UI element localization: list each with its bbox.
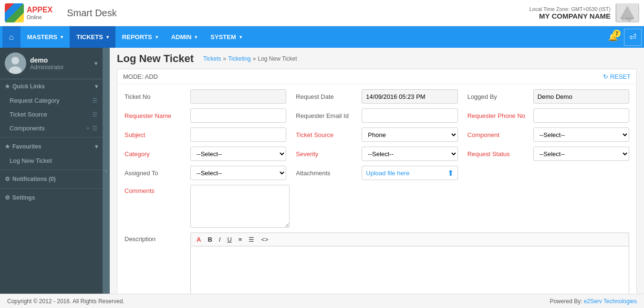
list-icon: ☰ bbox=[92, 97, 98, 104]
toolbar-unordered-list[interactable]: ☰ bbox=[247, 235, 256, 244]
assigned-to-select[interactable]: --Select-- bbox=[190, 166, 286, 180]
logged-by-label: Logged By bbox=[467, 93, 530, 100]
request-status-label: Request Status bbox=[467, 150, 530, 158]
toolbar-underline[interactable]: U bbox=[225, 235, 233, 244]
severity-select[interactable]: --Select-- bbox=[362, 147, 457, 161]
form-col-assigned-to: Assigned To --Select-- bbox=[125, 166, 286, 180]
user-dropdown-arrow[interactable]: ▾ bbox=[94, 60, 98, 67]
category-select[interactable]: --Select-- bbox=[190, 147, 286, 161]
upload-label: Upload file here bbox=[366, 170, 409, 177]
comments-textarea[interactable] bbox=[190, 185, 290, 228]
app-logo: APPEX Online bbox=[5, 3, 52, 22]
footer: Copyright © 2012 - 2016. All Rights Rese… bbox=[0, 294, 644, 308]
request-date-input[interactable] bbox=[362, 89, 457, 104]
nav-admin-button[interactable]: ADMIN▾ bbox=[165, 26, 204, 48]
form-col-ticket-no: Ticket No bbox=[125, 89, 286, 104]
star-icon-2: ★ bbox=[5, 143, 10, 150]
breadcrumb-tickets[interactable]: Tickets bbox=[203, 55, 221, 62]
component-label: Component bbox=[467, 131, 530, 138]
requester-phone-label: Requester Phone No bbox=[467, 112, 530, 119]
top-bar-left: APPEX Online Smart Desk bbox=[5, 3, 117, 22]
sidebar: demo Administrator ▾ ★ Quick Links ▾ Req… bbox=[0, 48, 103, 294]
sidebar-settings-header[interactable]: ⚙ Settings bbox=[0, 191, 103, 205]
plus-icon: + bbox=[86, 125, 90, 132]
company-logo: Logo bbox=[615, 3, 639, 22]
settings-icon: ⚙ bbox=[5, 194, 10, 201]
powered-by: Powered By: e2Serv Technologies bbox=[550, 298, 637, 305]
mode-label: MODE: ADD bbox=[123, 73, 158, 80]
star-icon: ★ bbox=[5, 83, 10, 90]
breadcrumb-sep2: » bbox=[253, 55, 256, 62]
requester-email-input[interactable] bbox=[362, 108, 457, 123]
app-sub: Online bbox=[27, 14, 52, 20]
breadcrumb-current: Log New Ticket bbox=[258, 55, 297, 62]
form-col-comments: Comments bbox=[125, 185, 290, 228]
sidebar-item-components[interactable]: Components + ☰ bbox=[0, 121, 103, 135]
powered-link[interactable]: e2Serv Technologies bbox=[584, 298, 637, 305]
sidebar-divider-1 bbox=[0, 137, 103, 138]
reset-icon: ↻ bbox=[603, 73, 608, 80]
sidebar-collapse-handle[interactable]: ‹ bbox=[103, 48, 110, 294]
toolbar-bold[interactable]: B bbox=[206, 235, 214, 244]
toolbar-code[interactable]: <> bbox=[259, 235, 270, 244]
requester-name-label: Requester Name bbox=[125, 112, 187, 119]
nav-logout-button[interactable]: ⏎ bbox=[624, 29, 642, 46]
form-card: MODE: ADD ↻ RESET Ticket No Request Date bbox=[117, 69, 637, 294]
sidebar-item-ticket-source[interactable]: Ticket Source ☰ bbox=[0, 107, 103, 121]
ticket-no-label: Ticket No bbox=[125, 93, 187, 100]
user-role: Administrator bbox=[30, 64, 64, 71]
attachments-label: Attachments bbox=[296, 170, 358, 177]
sidebar-item-log-new-ticket[interactable]: Log New Ticket bbox=[0, 154, 103, 168]
request-date-label: Request Date bbox=[296, 93, 358, 100]
nav-home-button[interactable]: ⌂ bbox=[2, 26, 21, 48]
form-row-5: Assigned To --Select-- Attachments Uploa… bbox=[125, 166, 629, 180]
form-col-subject: Subject bbox=[125, 127, 286, 142]
top-bar-right: Local Time Zone: GMT+0530 (IST) MY COMPA… bbox=[530, 3, 639, 22]
comments-label: Comments bbox=[125, 185, 187, 194]
assigned-to-label: Assigned To bbox=[125, 170, 187, 177]
category-label: Category bbox=[125, 150, 187, 158]
toolbar-ordered-list[interactable]: ≡ bbox=[237, 235, 244, 244]
notification-badge: 7 bbox=[613, 30, 621, 37]
sidebar-quick-links-header[interactable]: ★ Quick Links ▾ bbox=[0, 79, 103, 94]
description-textarea[interactable] bbox=[190, 246, 629, 294]
timezone: Local Time Zone: GMT+0530 (IST) bbox=[530, 6, 611, 12]
upload-area[interactable]: Upload file here ⬆ bbox=[362, 166, 457, 180]
nav-system-button[interactable]: SYSTEM▾ bbox=[204, 26, 248, 48]
toolbar-font-size[interactable]: A bbox=[195, 235, 203, 244]
ticket-no-input[interactable] bbox=[190, 89, 286, 104]
ticket-source-select[interactable]: Phone Email Chat bbox=[362, 127, 457, 142]
content-area: Log New Ticket Tickets » Ticketing » Log… bbox=[110, 48, 644, 294]
nav-bell-button[interactable]: 🔔 7 bbox=[604, 29, 622, 45]
sidebar-favourites-header[interactable]: ★ Favourites ▾ bbox=[0, 139, 103, 154]
reset-button[interactable]: ↻ RESET bbox=[603, 73, 631, 80]
component-select[interactable]: --Select-- bbox=[533, 127, 629, 142]
page-title: Log New Ticket bbox=[117, 53, 194, 65]
request-status-select[interactable]: --Select-- bbox=[533, 147, 629, 161]
form-col-attachments: Attachments Upload file here ⬆ bbox=[296, 166, 457, 180]
sidebar-item-request-category[interactable]: Request Category ☰ bbox=[0, 94, 103, 107]
requester-name-input[interactable] bbox=[190, 108, 286, 123]
app-name: APPEX bbox=[27, 6, 52, 14]
nav-reports-button[interactable]: REPORTS▾ bbox=[115, 26, 165, 48]
sidebar-user: demo Administrator ▾ bbox=[0, 48, 103, 79]
toolbar-italic[interactable]: I bbox=[217, 235, 223, 244]
top-bar: APPEX Online Smart Desk Local Time Zone:… bbox=[0, 0, 644, 26]
breadcrumb: Tickets » Ticketing » Log New Ticket bbox=[203, 55, 297, 62]
logged-by-input bbox=[533, 89, 629, 104]
requester-phone-input[interactable] bbox=[533, 108, 629, 123]
upload-icon: ⬆ bbox=[447, 169, 454, 178]
subject-input[interactable] bbox=[190, 127, 286, 142]
nav-masters-button[interactable]: MASTERS▾ bbox=[21, 26, 70, 48]
form-col-email: Requester Email Id bbox=[296, 108, 457, 123]
ticket-source-label: Ticket Source bbox=[296, 131, 358, 138]
main-layout: demo Administrator ▾ ★ Quick Links ▾ Req… bbox=[0, 48, 644, 294]
nav-tickets-button[interactable]: TICKETS▾ bbox=[70, 26, 115, 48]
svg-text:Logo: Logo bbox=[622, 16, 633, 21]
timezone-block: Local Time Zone: GMT+0530 (IST) MY COMPA… bbox=[530, 6, 611, 20]
avatar bbox=[5, 53, 26, 74]
sidebar-item-icons: ☰ bbox=[92, 97, 98, 104]
breadcrumb-ticketing[interactable]: Ticketing bbox=[228, 55, 251, 62]
sidebar-notifications-header[interactable]: ⚙ Notifications (0) bbox=[0, 172, 103, 186]
list-icon-3: ☰ bbox=[92, 125, 98, 132]
